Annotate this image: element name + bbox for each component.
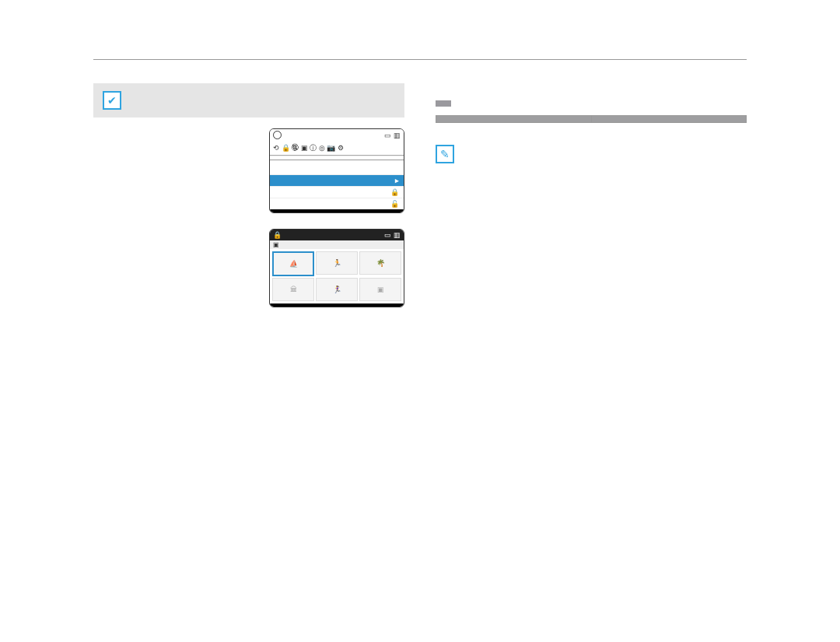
ss-thumb-footer <box>270 303 404 307</box>
table-header <box>591 116 747 123</box>
page-header <box>93 54 747 60</box>
note-box: ✔ <box>93 83 404 118</box>
ss-menu-title <box>270 156 404 160</box>
step-text <box>115 229 261 232</box>
tip-box: ✎ <box>436 145 747 163</box>
check-icon: ✔ <box>103 91 121 110</box>
ss-battery-icon: ▭ ▥ <box>384 132 401 139</box>
ss-time: ▣ <box>273 241 279 248</box>
step-substeps-cont <box>93 315 404 318</box>
submenu-table <box>436 115 747 123</box>
ss-thumb-grid: ⛵🏃🌴 🏛🏃‍♀️▣ <box>270 249 404 303</box>
ss-menu-item: ▸ <box>270 174 404 186</box>
ss-menu-item: 🔒 <box>270 186 404 198</box>
screenshot-thumbnails: 🔒 ▭ ▥ ▣ ⛵🏃🌴 🏛🏃‍♀️▣ <box>269 229 404 307</box>
screenshot-menu: ▭ ▥ ⟲ 🔒 🕲 ▣ ⓘ ◎ 📷 ⚙ ▸ 🔒 🔓 <box>269 128 404 213</box>
ss-icon-row: ⟲ 🔒 🕲 ▣ ⓘ ◎ 📷 ⚙ <box>270 142 404 156</box>
ss-battery-icon: ▭ ▥ <box>384 231 401 239</box>
submenu-heading <box>436 100 451 107</box>
info-icon: ✎ <box>436 145 454 163</box>
ss-menu-item: 🔓 <box>270 198 404 209</box>
table-header <box>436 116 592 123</box>
left-column: ✔ ▭ ▥ ⟲ 🔒 🕲 ▣ ⓘ ◎ 📷 ⚙ ▸ 🔒 <box>93 74 404 326</box>
step-row: ▭ ▥ ⟲ 🔒 🕲 ▣ ⓘ ◎ 📷 ⚙ ▸ 🔒 🔓 <box>93 128 404 213</box>
right-column: ✎ <box>436 74 747 326</box>
step-row: 🔒 ▭ ▥ ▣ ⛵🏃🌴 🏛🏃‍♀️▣ <box>93 229 404 307</box>
ss-footer <box>270 209 404 212</box>
